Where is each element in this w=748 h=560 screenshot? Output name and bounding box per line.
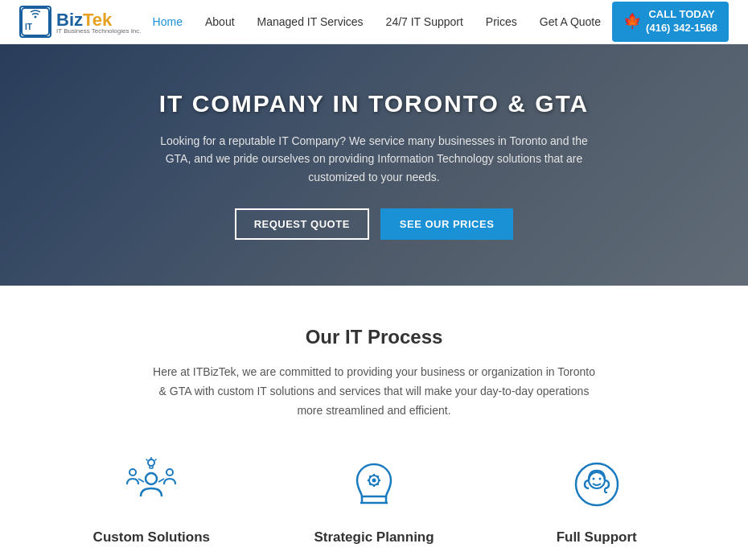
full-support-icon (565, 452, 629, 517)
call-today-text: CALL TODAY (416) 342-1568 (646, 8, 717, 35)
logo-text: BizTek (56, 10, 112, 30)
svg-point-4 (129, 469, 136, 476)
feature-full-support-title: Full Support (493, 529, 700, 546)
svg-line-6 (138, 479, 144, 482)
hero-buttons: REQUEST QUOTE SEE OUR PRICES (235, 208, 514, 240)
logo: IT BizTek IT Business Technologies Inc. (19, 6, 142, 38)
custom-solutions-icon (119, 452, 183, 517)
logo-subtitle: IT Business Technologies Inc. (56, 27, 142, 35)
call-today-button[interactable]: 🍁 CALL TODAY (416) 342-1568 (612, 2, 729, 42)
svg-line-14 (146, 459, 148, 461)
feature-full-support: Full Support We work together with you t… (493, 452, 700, 560)
feature-custom-solutions-title: Custom Solutions (48, 529, 255, 546)
nav-about[interactable]: About (205, 15, 235, 28)
svg-point-19 (372, 479, 376, 483)
svg-point-29 (589, 472, 605, 488)
nav-home[interactable]: Home (153, 15, 183, 28)
request-quote-button[interactable]: REQUEST QUOTE (235, 208, 369, 240)
feature-strategic-planning: Strategic Planning Our team will provide… (271, 452, 478, 560)
svg-point-31 (598, 478, 601, 480)
canada-flag-icon: 🍁 (623, 12, 641, 31)
nav-247-support[interactable]: 24/7 IT Support (386, 15, 463, 28)
nav-prices[interactable]: Prices (486, 15, 517, 28)
strategic-planning-icon (342, 452, 406, 517)
hero-title: IT COMPANY IN TORONTO & GTA (159, 90, 590, 117)
it-process-section: Our IT Process Here at ITBizTek, we are … (0, 286, 748, 560)
feature-custom-solutions-desc: We have over 20 years of experience help… (48, 555, 255, 560)
svg-line-7 (158, 479, 164, 482)
logo-icon: IT (19, 6, 51, 38)
svg-point-3 (146, 473, 157, 484)
feature-custom-solutions: Custom Solutions We have over 20 years o… (48, 452, 255, 560)
process-subtitle: Here at ITBizTek, we are committed to pr… (149, 363, 599, 420)
process-title: Our IT Process (32, 326, 716, 348)
svg-point-5 (166, 469, 173, 476)
feature-strategic-planning-title: Strategic Planning (271, 529, 478, 546)
svg-line-26 (377, 476, 378, 477)
nav-managed-it[interactable]: Managed IT Services (257, 15, 364, 28)
features-row: Custom Solutions We have over 20 years o… (32, 452, 716, 560)
svg-line-27 (369, 484, 370, 485)
svg-line-13 (155, 459, 157, 461)
feature-strategic-planning-desc: Our team will provide your organization … (271, 555, 478, 560)
svg-text:IT: IT (25, 23, 32, 31)
header: IT BizTek IT Business Technologies Inc. … (0, 0, 748, 44)
svg-line-25 (377, 484, 378, 485)
see-prices-button[interactable]: SEE OUR PRICES (380, 208, 514, 240)
svg-line-24 (369, 476, 370, 477)
nav-get-quote[interactable]: Get A Quote (540, 15, 601, 28)
main-nav: Home About Managed IT Services 24/7 IT S… (153, 15, 601, 28)
hero-section: IT COMPANY IN TORONTO & GTA Looking for … (0, 44, 748, 286)
hero-subtitle: Looking for a reputable IT Company? We s… (149, 132, 599, 186)
feature-full-support-desc: We work together with you to make sure a… (493, 555, 700, 560)
svg-point-30 (592, 478, 594, 480)
svg-point-1 (35, 16, 37, 19)
svg-point-8 (148, 459, 154, 466)
